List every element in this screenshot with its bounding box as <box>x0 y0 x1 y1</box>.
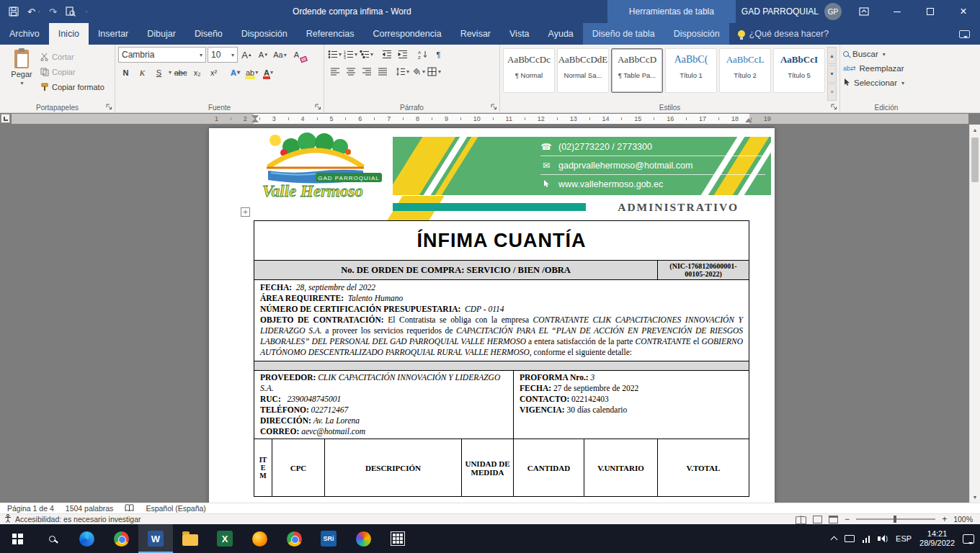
print-preview-icon[interactable] <box>66 6 76 17</box>
clipboard-dialog-launcher-icon[interactable] <box>105 103 113 111</box>
align-center-button[interactable] <box>343 64 358 79</box>
proofing-icon[interactable] <box>125 504 134 513</box>
clock[interactable]: 14:21 28/9/2022 <box>919 529 955 548</box>
zoom-slider[interactable] <box>856 518 935 520</box>
print-layout-icon[interactable] <box>813 516 822 523</box>
tab-disposicion[interactable]: Disposición <box>232 23 297 45</box>
tab-disposicion-tabla[interactable]: Disposición <box>664 23 729 45</box>
file-explorer-taskbar-icon[interactable] <box>173 524 208 553</box>
tell-me-search[interactable]: ¿Qué desea hacer? <box>729 23 838 45</box>
maximize-button[interactable] <box>914 0 947 23</box>
styles-scroll-down-icon[interactable]: ▼ <box>827 65 837 82</box>
scrollbar-thumb[interactable] <box>971 138 979 182</box>
underline-button[interactable]: S <box>151 65 166 80</box>
table-move-handle[interactable]: + <box>241 207 250 217</box>
multilevel-list-button[interactable]: ▾ <box>359 47 374 62</box>
styles-gallery-expand-icon[interactable]: ≡ <box>827 84 837 101</box>
underline-dropdown-icon[interactable]: ▾ <box>169 69 172 76</box>
bullets-button[interactable]: ▾ <box>327 47 342 62</box>
italic-button[interactable]: K <box>135 65 150 80</box>
scroll-up-icon[interactable]: ▲ <box>970 125 980 135</box>
change-case-button[interactable]: Aa▾ <box>272 48 288 63</box>
hanging-indent-marker[interactable] <box>251 118 259 122</box>
right-indent-marker[interactable] <box>745 118 752 122</box>
document-page[interactable]: GAD PARROQUIAL Valle Hermoso ☎ (02)27732… <box>209 128 775 503</box>
font-size-dropdown-icon[interactable]: ▾ <box>231 52 234 58</box>
document-canvas[interactable]: GAD PARROQUIAL Valle Hermoso ☎ (02)27732… <box>0 125 980 503</box>
accessibility-checker[interactable]: Accesibilidad: es necesario investigar <box>4 514 141 524</box>
avatar[interactable]: GP <box>824 3 842 20</box>
tab-vista[interactable]: Vista <box>500 23 539 45</box>
align-left-button[interactable] <box>327 64 342 79</box>
comments-button[interactable] <box>949 23 980 45</box>
justify-button[interactable] <box>375 64 390 79</box>
chrome-taskbar-icon[interactable] <box>104 524 138 553</box>
zoom-slider-thumb[interactable] <box>894 516 896 523</box>
undo-dropdown-icon[interactable]: ▾ <box>37 9 40 15</box>
borders-button[interactable]: ▾ <box>427 64 442 79</box>
tray-expand-chevron-icon[interactable] <box>830 536 837 544</box>
grid-app-taskbar-icon[interactable] <box>380 524 415 553</box>
ribbon-display-options-icon[interactable] <box>847 0 881 23</box>
tab-inicio[interactable]: Inicio <box>49 23 89 45</box>
shading-button[interactable]: ▾ <box>411 64 426 79</box>
clear-formatting-button[interactable]: A <box>289 48 304 63</box>
action-center-icon[interactable] <box>963 534 974 544</box>
save-icon[interactable] <box>9 6 19 17</box>
bold-button[interactable]: N <box>118 65 133 80</box>
tab-dibujar[interactable]: Dibujar <box>138 23 185 45</box>
zoom-in-icon[interactable]: + <box>942 514 947 524</box>
word-taskbar-icon[interactable]: W <box>138 524 173 553</box>
horizontal-ruler[interactable]: 12345678910111213141516171819 <box>0 113 980 125</box>
paragraph-dialog-launcher-icon[interactable] <box>490 103 498 111</box>
tab-revisar[interactable]: Revisar <box>451 23 500 45</box>
select-button[interactable]: Seleccionar ▾ <box>843 76 930 90</box>
vertical-scrollbar[interactable]: ▲ ▼ <box>969 125 980 503</box>
replace-button[interactable]: ab⇄ Reemplazar <box>843 61 930 76</box>
highlight-button[interactable]: ab▾ <box>244 65 259 80</box>
redo-icon[interactable]: ↷ <box>49 6 57 17</box>
tab-diseno[interactable]: Diseño <box>185 23 232 45</box>
close-button[interactable]: × <box>947 0 980 23</box>
undo-icon[interactable]: ↶▾ <box>27 6 40 17</box>
text-effects-button[interactable]: A▾ <box>228 65 243 80</box>
scroll-down-icon[interactable]: ▼ <box>970 492 980 503</box>
shrink-font-button[interactable]: A▼ <box>256 48 271 63</box>
style-titulo-2[interactable]: AaBbCcL Título 2 <box>719 48 771 93</box>
taskbar-search-button[interactable] <box>35 524 69 553</box>
excel-taskbar-icon[interactable]: X <box>208 524 242 553</box>
speaker-icon[interactable]: ) <box>878 535 888 542</box>
subscript-button[interactable]: x₂ <box>190 65 205 80</box>
web-layout-icon[interactable] <box>829 516 838 523</box>
paste-dropdown-icon[interactable]: ▾ <box>20 80 23 86</box>
font-color-button[interactable]: A▾ <box>261 65 276 80</box>
tab-correspondencia[interactable]: Correspondencia <box>363 23 450 45</box>
superscript-button[interactable]: x² <box>206 65 221 80</box>
read-mode-icon[interactable] <box>796 516 806 523</box>
tab-archivo[interactable]: Archivo <box>0 23 49 45</box>
style-normal[interactable]: AaBbCcDc ¶ Normal <box>503 48 555 93</box>
decrease-indent-button[interactable] <box>379 47 394 62</box>
styles-scroll-up-icon[interactable]: ▲ <box>827 47 837 64</box>
word-count[interactable]: 1504 palabras <box>66 504 114 513</box>
sri-taskbar-icon[interactable]: SRi <box>311 524 346 553</box>
font-name-combo[interactable]: Cambria ▾ <box>118 47 206 63</box>
cut-button[interactable]: Cortar <box>40 50 104 63</box>
copy-button[interactable]: Copiar <box>40 65 104 78</box>
colorful-app-taskbar-icon[interactable] <box>346 524 380 553</box>
increase-indent-button[interactable] <box>395 47 410 62</box>
display-icon[interactable] <box>845 535 855 542</box>
line-spacing-button[interactable]: ▾ <box>395 64 410 79</box>
font-size-combo[interactable]: 10 ▾ <box>208 47 238 63</box>
grow-font-button[interactable]: A▲ <box>239 48 254 63</box>
account-area[interactable]: GAD PARROQUIAL GP <box>736 3 847 20</box>
numbering-button[interactable]: 123▾ <box>343 47 358 62</box>
style-titulo-5[interactable]: AaBbCcI Título 5 <box>773 48 825 93</box>
chrome-2-taskbar-icon[interactable] <box>277 524 311 553</box>
paste-button[interactable]: Pegar ▾ <box>3 47 40 101</box>
input-language[interactable]: ESP <box>896 534 912 543</box>
format-painter-button[interactable]: Copiar formato <box>40 80 104 94</box>
zoom-out-icon[interactable]: − <box>845 514 850 524</box>
page-indicator[interactable]: Página 1 de 4 <box>7 504 54 513</box>
show-paragraph-marks-button[interactable]: ¶ <box>431 47 446 62</box>
